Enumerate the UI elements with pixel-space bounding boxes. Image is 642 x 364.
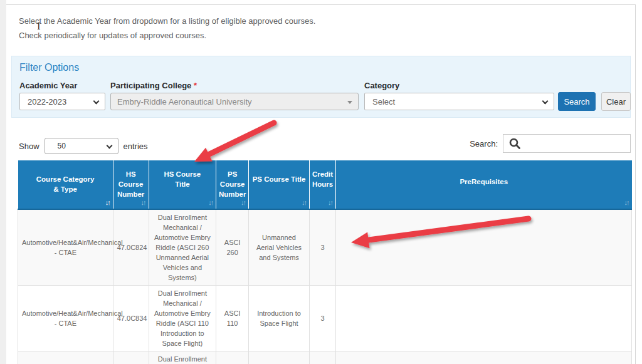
entries-label: entries <box>124 142 148 151</box>
required-asterisk: * <box>194 81 197 90</box>
show-entries-control: Show 50 entries <box>19 138 148 154</box>
table-cell: ASCI 201 <box>216 351 249 364</box>
clear-button[interactable]: Clear <box>601 92 631 111</box>
intro-line-1: Select the Academic Year from dropdown f… <box>19 14 315 28</box>
table-header-row: Course Category & Type↓↑HS Course Number… <box>18 160 632 209</box>
table-cell: ASCI 260 <box>216 209 249 286</box>
sort-icon[interactable]: ↓↑ <box>302 199 306 206</box>
category-select[interactable]: Select <box>364 93 554 110</box>
filter-options-title: Filter Options <box>19 62 79 73</box>
participating-college-label: Participating College * <box>110 81 197 90</box>
table-body: Automotive/Heat&Air/Mechanical - CTAE47.… <box>18 209 632 364</box>
column-header[interactable]: HS Course Number↓↑ <box>113 160 149 209</box>
dropdown-arrow-icon <box>347 101 352 104</box>
table-cell <box>336 286 632 351</box>
table-cell: Introduction to Space Flight <box>249 286 310 351</box>
sort-icon[interactable]: ↓↑ <box>624 199 629 206</box>
table-cell: 3 <box>309 286 335 351</box>
table-cell: Dual Enrollment Mechanical / Automotive … <box>149 209 216 286</box>
table-cell: 3 <box>309 351 335 364</box>
table-cell: Automotive/Heat&Air/Mechanical - CTAE <box>18 209 113 286</box>
column-header[interactable]: Credit Hours↓↑ <box>309 160 335 209</box>
sort-icon[interactable]: ↓↑ <box>105 199 110 206</box>
participating-college-select[interactable]: Embry-Riddle Aeronautical University <box>110 93 359 110</box>
table-row: Automotive/Heat&Air/Mechanical - CTAE47.… <box>18 286 632 351</box>
table-search-label: Search: <box>470 139 498 148</box>
column-header[interactable]: HS Course Title↓↑ <box>149 160 216 209</box>
table-cell: Dual Enrollment Mechanical / Automotive … <box>149 351 216 364</box>
chevron-down-icon <box>542 98 549 105</box>
filter-options-panel: Filter Options Academic Year Participati… <box>11 56 631 118</box>
sort-icon[interactable]: ↓↑ <box>141 199 145 206</box>
courses-table: Course Category & Type↓↑HS Course Number… <box>18 160 632 364</box>
column-header[interactable]: PS Course Number↓↑ <box>216 160 249 209</box>
table-cell: 47.0C844 <box>113 351 149 364</box>
table-cell: Introduction to Flight <box>249 351 310 364</box>
entries-per-page-select[interactable]: 50 <box>45 138 118 154</box>
table-cell: Dual Enrollment Mechanical / Automotive … <box>149 286 216 351</box>
academic-year-select[interactable]: 2022-2023 <box>19 93 105 110</box>
search-icon <box>508 137 521 150</box>
sort-icon[interactable]: ↓↑ <box>241 199 245 206</box>
column-header[interactable]: Course Category & Type↓↑ <box>18 160 113 209</box>
table-search-input[interactable] <box>503 134 631 153</box>
column-header-label: PS Course Number <box>216 160 248 199</box>
column-header-label: Course Category & Type <box>18 160 113 194</box>
intro-line-2: Check periodically for updates of approv… <box>19 28 315 43</box>
sort-icon[interactable]: ↓↑ <box>208 199 213 206</box>
table-cell: Automotive/Heat&Air/Mechanical - CTAE <box>18 286 113 351</box>
sort-icon[interactable]: ↓↑ <box>328 199 332 206</box>
academic-year-label: Academic Year <box>19 81 77 90</box>
column-header-label: HS Course Number <box>113 160 149 199</box>
column-header-label: PreRequisites <box>336 160 631 187</box>
column-header-label: HS Course Title <box>149 160 216 189</box>
chevron-down-icon <box>93 98 100 105</box>
content-area: Select the Academic Year from dropdown f… <box>6 4 636 364</box>
column-header[interactable]: PreRequisites↓↑ <box>336 160 632 209</box>
page-left-gutter <box>0 0 6 364</box>
table-cell: 47.0C824 <box>113 209 149 286</box>
search-button[interactable]: Search <box>558 92 596 111</box>
intro-text: Select the Academic Year from dropdown f… <box>19 14 315 43</box>
courses-table-wrapper: Course Category & Type↓↑HS Course Number… <box>18 160 632 364</box>
chevron-down-icon <box>106 143 112 149</box>
table-cell <box>336 351 632 364</box>
column-header[interactable]: PS Course Title↓↑ <box>249 160 310 209</box>
table-cell <box>336 209 632 286</box>
table-cell: 47.0C834 <box>113 286 149 351</box>
column-header-label: Credit Hours <box>310 160 335 189</box>
category-label: Category <box>364 81 399 90</box>
table-row: Automotive/Heat&Air/Mechanical - CTAE47.… <box>18 209 632 286</box>
table-cell: Automotive/Heat&Air/Mechanical - CTAE <box>18 351 113 364</box>
table-cell: Unmanned Aerial Vehicles and Systems <box>249 209 310 286</box>
table-cell: ASCI 110 <box>216 286 249 351</box>
text-cursor-icon: I <box>37 21 41 31</box>
table-search-control: Search: <box>470 134 631 153</box>
column-header-label: PS Course Title <box>249 160 309 184</box>
show-label: Show <box>19 142 39 151</box>
table-cell: 3 <box>309 209 335 286</box>
table-row: Automotive/Heat&Air/Mechanical - CTAE47.… <box>18 351 632 364</box>
